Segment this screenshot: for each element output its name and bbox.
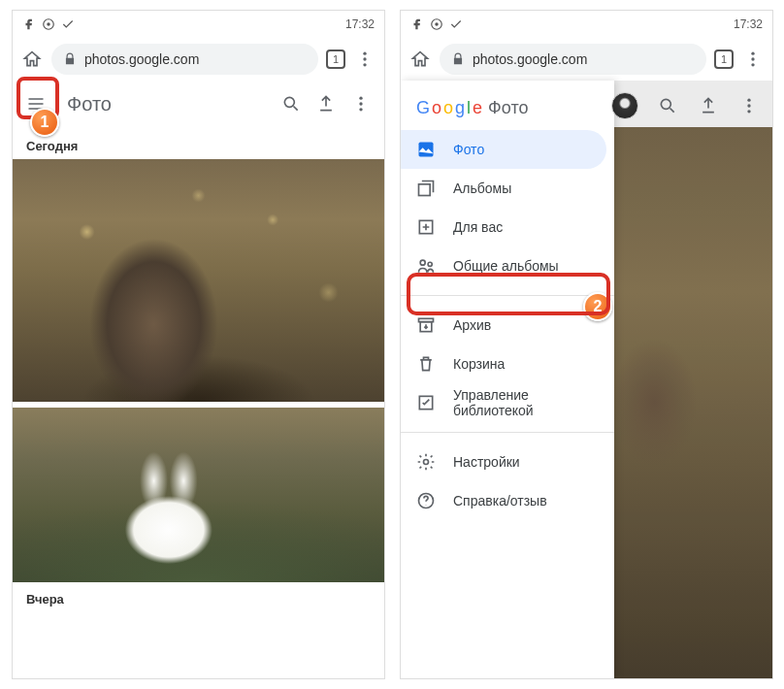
photo-icon — [416, 140, 436, 159]
lock-icon — [451, 52, 465, 66]
albums-icon — [416, 179, 436, 198]
tab-count[interactable]: 1 — [326, 49, 345, 69]
search-icon[interactable] — [279, 92, 303, 115]
browser-bar: photos.google.com 1 — [13, 38, 384, 81]
gear-icon — [416, 452, 436, 472]
svg-point-16 — [747, 104, 750, 107]
section-yesterday: Вчера — [13, 582, 384, 616]
facebook-icon — [22, 17, 36, 31]
section-today: Сегодня — [13, 127, 384, 159]
nav-help[interactable]: Справка/отзыв — [401, 481, 606, 520]
nav-settings[interactable]: Настройки — [401, 443, 606, 481]
svg-point-7 — [359, 102, 362, 105]
app-menu-icon[interactable] — [349, 92, 373, 115]
tab-count[interactable]: 1 — [714, 49, 734, 69]
menu-icon[interactable] — [24, 92, 48, 115]
svg-point-10 — [435, 22, 439, 26]
browser-bar: photos.google.com 1 — [401, 38, 772, 81]
svg-point-15 — [747, 99, 750, 102]
svg-point-11 — [751, 52, 754, 55]
chrome-icon — [42, 17, 55, 31]
photo-thumbnail[interactable] — [13, 159, 384, 402]
photo-feed[interactable]: Сегодня Вчера — [13, 127, 384, 616]
status-time: 17:32 — [734, 17, 763, 31]
svg-point-4 — [363, 63, 366, 66]
help-icon — [416, 491, 436, 510]
nav-drawer: Google Фото Фото Альбомы Для вас Общие а… — [401, 81, 614, 678]
facebook-icon — [410, 17, 424, 31]
url-text: photos.google.com — [473, 51, 587, 67]
status-bar: 17:32 — [13, 11, 384, 38]
lock-icon — [63, 52, 77, 66]
svg-point-8 — [359, 108, 362, 111]
browser-menu-icon[interactable] — [353, 48, 376, 71]
home-icon[interactable] — [408, 48, 432, 71]
svg-point-1 — [47, 22, 50, 26]
svg-point-2 — [363, 52, 366, 55]
chrome-icon — [430, 17, 443, 31]
browser-menu-icon[interactable] — [741, 48, 765, 71]
check-icon — [61, 17, 75, 31]
svg-point-21 — [420, 260, 425, 265]
svg-point-22 — [428, 262, 432, 266]
status-time: 17:32 — [345, 17, 375, 31]
svg-rect-18 — [419, 143, 434, 157]
svg-rect-19 — [419, 184, 431, 196]
app-header: Фото — [13, 81, 384, 127]
trash-icon — [416, 354, 436, 374]
nav-for-you[interactable]: Для вас — [401, 208, 606, 246]
svg-point-3 — [363, 57, 366, 60]
upload-icon[interactable] — [314, 92, 338, 115]
nav-shared[interactable]: Общие альбомы — [401, 246, 606, 285]
svg-point-5 — [284, 97, 294, 107]
svg-point-12 — [751, 57, 754, 60]
svg-point-17 — [747, 110, 750, 113]
nav-trash[interactable]: Корзина — [401, 344, 606, 383]
home-icon[interactable] — [20, 48, 44, 71]
url-text: photos.google.com — [84, 51, 199, 67]
avatar[interactable] — [611, 92, 638, 119]
page-title: Фото — [67, 93, 268, 115]
shared-icon — [416, 256, 436, 276]
svg-point-13 — [751, 63, 754, 66]
nav-albums[interactable]: Альбомы — [401, 169, 606, 208]
google-photos-logo: Google Фото — [401, 81, 614, 130]
check-icon — [449, 17, 463, 31]
archive-icon — [416, 315, 436, 335]
svg-point-6 — [359, 97, 362, 100]
nav-photos[interactable]: Фото — [401, 130, 606, 169]
app-menu-icon[interactable] — [737, 94, 761, 117]
svg-point-26 — [424, 460, 429, 465]
library-manage-icon — [416, 393, 436, 412]
nav-archive[interactable]: Архив — [401, 306, 606, 344]
url-bar[interactable]: photos.google.com — [440, 44, 706, 75]
url-bar[interactable]: photos.google.com — [51, 44, 318, 75]
photo-thumbnail[interactable] — [13, 408, 384, 582]
upload-icon[interactable] — [697, 94, 720, 117]
search-icon[interactable] — [656, 94, 679, 117]
nav-library-manage[interactable]: Управление библиотекой — [401, 383, 606, 422]
status-bar: 17:32 — [401, 11, 772, 38]
for-you-icon — [416, 217, 436, 237]
svg-point-14 — [661, 99, 670, 109]
